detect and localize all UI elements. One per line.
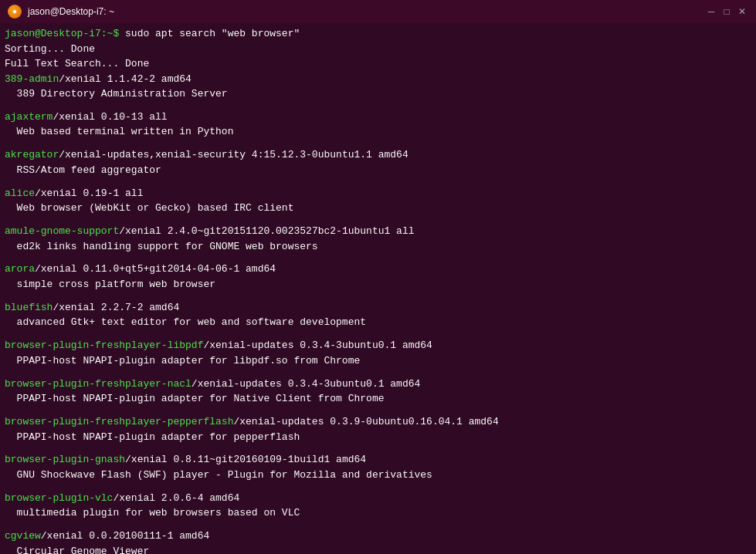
terminal-line: alice/xenial 0.19-1 all — [5, 186, 751, 201]
terminal-line: browser-plugin-vlc/xenial 2.0.6-4 amd64 — [5, 491, 751, 506]
terminal-line: Web browser (WebKit or Gecko) based IRC … — [5, 201, 751, 216]
title-bar: ● jason@Desktop-i7: ~ ─ □ ✕ — [0, 0, 756, 23]
terminal-line: ajaxterm/xenial 0.10-13 all — [5, 110, 751, 125]
terminal-line — [5, 140, 751, 147]
app-icon: ● — [8, 5, 22, 19]
terminal-line: browser-plugin-freshplayer-pepperflash/x… — [5, 414, 751, 430]
terminal-line: cgview/xenial 0.0.20100111-1 amd64 — [5, 529, 751, 544]
terminal-line: browser-plugin-freshplayer-nacl/xenial-u… — [5, 377, 751, 392]
terminal-line: browser-plugin-freshplayer-libpdf/xenial… — [5, 338, 751, 353]
window-controls: ─ □ ✕ — [705, 5, 748, 18]
terminal-line: PPAPI-host NPAPI-plugin adapter for pepp… — [5, 430, 751, 445]
terminal-line — [5, 292, 751, 299]
terminal-line — [5, 254, 751, 262]
close-button[interactable]: ✕ — [736, 5, 748, 18]
terminal-line — [5, 521, 751, 529]
terminal-line: Web based terminal written in Python — [5, 124, 751, 140]
terminal-line — [5, 482, 751, 490]
terminal-line: RSS/Atom feed aggregator — [5, 163, 751, 178]
terminal-line: Full Text Search... Done — [5, 56, 751, 72]
title-bar-left: ● jason@Desktop-i7: ~ — [8, 5, 114, 19]
terminal-line: Sorting... Done — [5, 42, 751, 57]
maximize-button[interactable]: □ — [720, 5, 733, 18]
terminal-line: jason@Desktop-i7:~$ sudo apt search "web… — [5, 26, 751, 42]
terminal-body: jason@Desktop-i7:~$ sudo apt search "web… — [0, 23, 756, 554]
minimize-button[interactable]: ─ — [705, 5, 717, 18]
terminal-line: 389 Directory Administration Server — [5, 86, 751, 102]
terminal-line: PPAPI-host NPAPI-plugin adapter for libp… — [5, 353, 751, 369]
window-title: jason@Desktop-i7: ~ — [28, 6, 114, 17]
terminal-line: akregator/xenial-updates,xenial-security… — [5, 147, 751, 163]
terminal-line: PPAPI-host NPAPI-plugin adapter for Nati… — [5, 391, 751, 407]
terminal-line: arora/xenial 0.11.0+qt5+git2014-04-06-1 … — [5, 262, 751, 277]
terminal-line — [5, 407, 751, 414]
terminal-line: bluefish/xenial 2.2.7-2 amd64 — [5, 300, 751, 316]
terminal-line: multimedia plugin for web browsers based… — [5, 505, 751, 521]
terminal-line — [5, 177, 751, 185]
terminal-line: 389-admin/xenial 1.1.42-2 amd64 — [5, 72, 751, 87]
terminal-line — [5, 444, 751, 452]
terminal-line: ed2k links handling support for GNOME we… — [5, 239, 751, 255]
terminal-line: simple cross platform web browser — [5, 277, 751, 292]
terminal-line — [5, 102, 751, 110]
terminal-line: amule-gnome-support/xenial 2.4.0~git2015… — [5, 224, 751, 239]
terminal-line: advanced Gtk+ text editor for web and so… — [5, 315, 751, 330]
terminal-line: Circular Genome Viewer — [5, 544, 751, 554]
terminal-line — [5, 330, 751, 338]
terminal-line: GNU Shockwave Flash (SWF) player - Plugi… — [5, 468, 751, 483]
terminal-line — [5, 216, 751, 224]
terminal-line: browser-plugin-gnash/xenial 0.8.11~git20… — [5, 452, 751, 468]
terminal-line — [5, 368, 751, 376]
